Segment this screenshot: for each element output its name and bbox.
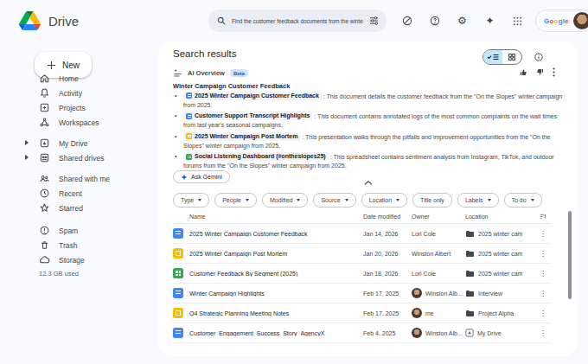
user-avatar[interactable]	[573, 12, 588, 29]
page-title: Search results	[173, 48, 237, 59]
sidebar-item-home[interactable]: Home	[0, 71, 158, 86]
sidebar-item-label: Shared with me	[59, 175, 110, 183]
grid-view-button[interactable]	[502, 50, 521, 64]
column-header-location[interactable]: Location	[465, 214, 540, 220]
document-name[interactable]: 2025 Winter Campaign Post Mortem	[195, 132, 297, 141]
workspaces-icon	[39, 117, 50, 128]
sidebar-item-shared-drives[interactable]: Shared drives	[0, 150, 158, 165]
file-name[interactable]: Customer Feedback By Segment (2025)	[189, 271, 363, 277]
file-row[interactable]: 2025 Winter Campaign Customer Feedback J…	[173, 224, 552, 244]
sidebar-item-recent[interactable]: Recent	[0, 186, 158, 201]
file-location[interactable]: My Drive	[477, 330, 502, 336]
filter-chip-source[interactable]: Source	[313, 193, 355, 208]
file-location[interactable]: Interview	[478, 291, 502, 297]
thumbs-down-icon[interactable]	[536, 68, 544, 76]
ai-bullet: 2025 Winter Campaign Post Mortem : This …	[173, 132, 564, 150]
chip-label: Labels	[465, 197, 483, 203]
row-menu-button[interactable]: ⋮	[540, 250, 552, 258]
filter-chip-modified[interactable]: Modified	[262, 193, 308, 208]
search-query-text[interactable]: Find the customer feedback documents fro…	[232, 18, 363, 24]
advanced-search-tune-icon[interactable]	[369, 16, 379, 25]
vertical-scrollbar[interactable]	[568, 211, 572, 299]
list-view-button[interactable]	[483, 50, 502, 64]
file-row[interactable]: Customer_Engagement_Success_Story_Agency…	[173, 323, 552, 343]
sidebar-item-my-drive[interactable]: My Drive	[0, 136, 158, 150]
file-row[interactable]: 2025 Winter Campaign Post Mortem Jan 20,…	[173, 244, 552, 264]
file-location[interactable]: 2025 winter cam	[478, 251, 522, 257]
row-menu-button[interactable]: ⋮	[540, 310, 552, 317]
slides-file-icon	[186, 133, 192, 139]
search-bar[interactable]: Find the customer feedback documents fro…	[208, 10, 387, 32]
filter-chip-people[interactable]: People	[214, 193, 257, 208]
column-header-modified[interactable]: Date modified	[363, 214, 412, 220]
collapse-overview-button[interactable]	[158, 181, 578, 185]
more-options-icon[interactable]	[553, 67, 555, 77]
offline-status-icon[interactable]	[401, 16, 412, 27]
sidebar-item-trash[interactable]: Trash	[0, 238, 158, 252]
folder-icon	[465, 290, 475, 297]
gemini-sparkle-icon[interactable]: ✦	[484, 16, 495, 27]
cloud-icon	[39, 254, 50, 265]
file-location[interactable]: 2025 winter cam	[478, 271, 522, 277]
expand-caret-icon[interactable]	[25, 140, 29, 145]
sidebar-item-storage[interactable]: Storage	[0, 252, 158, 267]
document-name[interactable]: Customer Support Transcript Highlights	[195, 112, 310, 120]
chevron-down-icon	[246, 199, 249, 201]
document-name[interactable]: Social Listening Dashboard (#ontheslopes…	[195, 152, 326, 161]
file-name[interactable]: 2025 Winter Campaign Customer Feedback	[189, 231, 363, 237]
file-name[interactable]: Customer_Engagement_Success_Story_Agency…	[189, 330, 363, 336]
account-pill[interactable]: Google	[535, 10, 588, 32]
folder-icon	[465, 250, 475, 258]
sidebar-item-workspaces[interactable]: Workspaces	[0, 115, 158, 130]
table-header-row: Name Date modified Owner Location	[173, 209, 552, 224]
column-header-owner[interactable]: Owner	[412, 214, 465, 220]
row-menu-button[interactable]: ⋮	[540, 270, 552, 278]
file-name[interactable]: Winter Campaign Highlights	[189, 291, 363, 297]
sidebar-item-spam[interactable]: Spam	[0, 223, 158, 238]
chip-label: Location	[369, 197, 392, 203]
sidebar-item-label: My Drive	[59, 139, 88, 148]
sidebar-item-projects[interactable]: Projects	[0, 100, 158, 115]
document-link-chip[interactable]: 2025 Winter Campaign Customer Feedback	[183, 92, 322, 100]
sidebar-item-label: Storage	[59, 256, 85, 265]
row-menu-button[interactable]: ⋮	[540, 230, 552, 238]
row-menu-button[interactable]: ⋮	[540, 329, 552, 337]
document-link-chip[interactable]: 2025 Winter Campaign Post Mortem	[183, 132, 300, 141]
sort-direction-icon[interactable]	[540, 213, 552, 220]
file-location[interactable]: 2025 winter cam	[478, 231, 522, 237]
settings-gear-icon[interactable]: ⚙	[457, 16, 468, 27]
details-info-icon[interactable]	[533, 51, 544, 62]
file-row[interactable]: Winter Campaign Highlights Feb 17, 2025 …	[173, 284, 552, 303]
sidebar-group-main: Home Activity Projects Workspaces	[0, 71, 158, 130]
row-menu-button[interactable]: ⋮	[540, 290, 552, 297]
expand-caret-icon[interactable]	[25, 155, 29, 160]
drive-logo-icon	[19, 11, 41, 30]
slides-file-icon	[173, 248, 183, 259]
column-header-name[interactable]: Name	[189, 214, 363, 220]
clock-icon	[39, 188, 50, 199]
document-link-chip[interactable]: Customer Support Transcript Highlights	[183, 112, 312, 120]
help-icon[interactable]	[429, 16, 440, 27]
filter-chip-type[interactable]: Type	[173, 193, 209, 208]
sidebar-item-starred[interactable]: Starred	[0, 201, 158, 215]
sidebar-item-shared-with-me[interactable]: Shared with me	[0, 171, 158, 186]
file-row[interactable]: Q4 Strategic Planning Meeting Notes Feb …	[173, 303, 552, 323]
sidebar-item-activity[interactable]: Activity	[0, 86, 158, 100]
file-name[interactable]: Q4 Strategic Planning Meeting Notes	[189, 310, 363, 316]
file-location[interactable]: Project Alpha	[478, 310, 514, 316]
sidebar-group-drives: My Drive Shared drives	[0, 136, 158, 165]
document-link-chip[interactable]: Social Listening Dashboard (#ontheslopes…	[183, 152, 329, 161]
thumbs-up-icon[interactable]	[520, 68, 527, 76]
apps-grid-icon[interactable]	[512, 16, 523, 27]
file-owner: Winston Alb...	[425, 291, 463, 297]
filter-chip-todo[interactable]: To do	[504, 193, 542, 208]
file-name[interactable]: 2025 Winter Campaign Post Mortem	[189, 251, 363, 257]
filter-chip-title-only[interactable]: Title only	[412, 193, 452, 208]
filter-chip-location[interactable]: Location	[361, 193, 407, 208]
file-row[interactable]: Customer Feedback By Segment (2025) Jan …	[173, 264, 552, 284]
document-name[interactable]: 2025 Winter Campaign Customer Feedback	[195, 92, 319, 100]
sidebar-item-label: Projects	[59, 104, 86, 112]
ai-overview-header: AI Overview Beta	[173, 68, 248, 78]
filter-chip-labels[interactable]: Labels	[457, 193, 499, 208]
drive-logo-area[interactable]: Drive	[19, 0, 79, 42]
